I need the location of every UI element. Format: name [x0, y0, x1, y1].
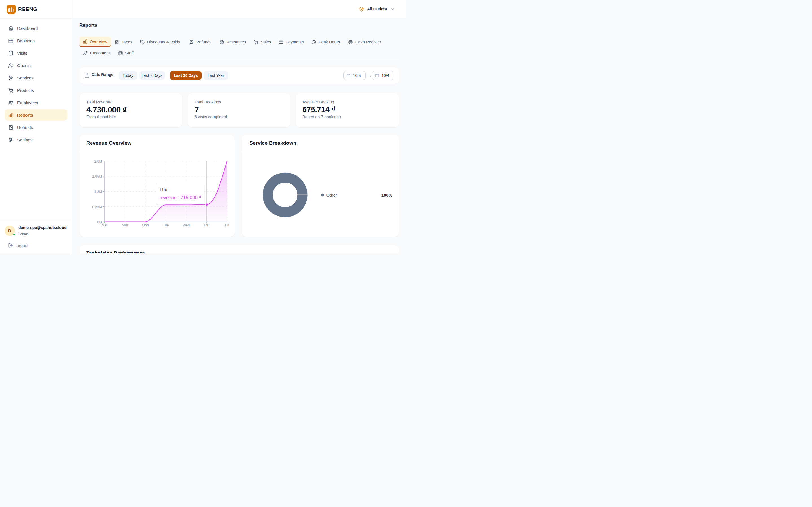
- svg-text:Tue: Tue: [163, 223, 168, 227]
- svg-text:2.6M: 2.6M: [94, 159, 102, 163]
- svg-text:100%: 100%: [382, 193, 392, 198]
- svg-text:Thu: Thu: [204, 223, 210, 227]
- svg-text:0.65M: 0.65M: [92, 205, 102, 209]
- svg-text:Fri: Fri: [225, 223, 229, 227]
- svg-text:Mon: Mon: [142, 223, 149, 227]
- svg-text:Wed: Wed: [183, 223, 190, 227]
- svg-text:1.95M: 1.95M: [92, 175, 102, 179]
- svg-text:0M: 0M: [97, 220, 102, 224]
- svg-text:Sat: Sat: [102, 223, 107, 227]
- svg-text:Other: Other: [326, 193, 337, 198]
- svg-text:1.3M: 1.3M: [94, 190, 102, 194]
- svg-text:Sun: Sun: [122, 223, 128, 227]
